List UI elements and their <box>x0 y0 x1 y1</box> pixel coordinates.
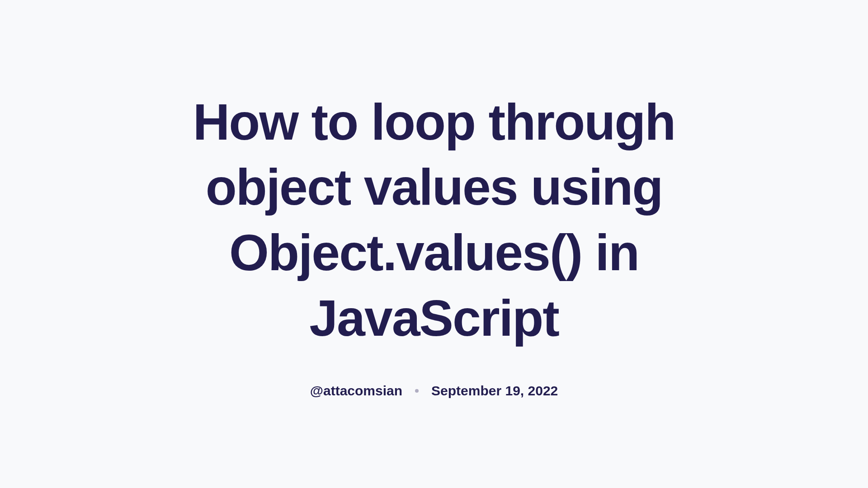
article-author: @attacomsian <box>310 383 402 399</box>
article-title: How to loop through object values using … <box>181 89 687 351</box>
separator-dot <box>415 389 419 393</box>
article-meta: @attacomsian September 19, 2022 <box>310 383 558 399</box>
article-date: September 19, 2022 <box>431 383 558 399</box>
article-card: How to loop through object values using … <box>163 89 705 399</box>
